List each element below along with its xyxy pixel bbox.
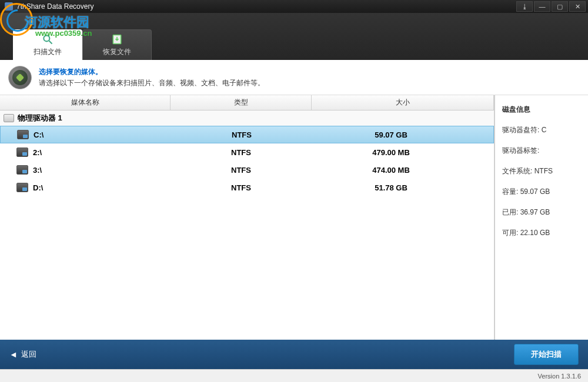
media-icon [8, 66, 32, 89]
drive-icon [16, 148, 28, 157]
maximize-button[interactable]: ▢ [552, 1, 568, 12]
drive-icon [17, 130, 29, 139]
window-title: 7thShare Data Recovery [16, 2, 93, 11]
minimize-button[interactable]: — [534, 1, 550, 12]
drive-group[interactable]: 物理驱动器 1 [0, 110, 494, 126]
version-bar: Version 1.3.1.6 [0, 369, 588, 382]
disk-info-letter: 驱动器盘符: C [502, 125, 581, 135]
disk-info-capacity: 容量: 59.07 GB [502, 187, 581, 197]
version-text: Version 1.3.1.6 [538, 373, 581, 380]
column-type[interactable]: 类型 [171, 95, 312, 110]
tab-scan[interactable]: 扫描文件 [13, 29, 82, 60]
drive-row[interactable]: 3:\ NTFS 474.00 MB [0, 161, 494, 179]
column-size[interactable]: 大小 [312, 95, 494, 110]
instruction-desc: 请选择以下一个存储设备来扫描照片、音频、视频、文档、电子邮件等。 [39, 78, 265, 88]
tab-recover[interactable]: 恢复文件 [82, 29, 152, 60]
drive-list: 媒体名称 类型 大小 物理驱动器 1 C:\ NTFS 59.07 GB [0, 95, 495, 340]
disk-info-filesystem: 文件系统: NTFS [502, 166, 581, 176]
drive-icon [16, 165, 28, 175]
back-button[interactable]: ◄ 返回 [9, 349, 36, 360]
app-icon [5, 2, 13, 11]
download-button[interactable]: ⭳ [516, 1, 533, 12]
svg-line-1 [49, 41, 52, 43]
drive-row[interactable]: D:\ NTFS 51.78 GB [0, 179, 494, 196]
search-icon [41, 33, 55, 46]
drive-icon [16, 183, 28, 192]
start-scan-button[interactable]: 开始扫描 [514, 344, 579, 365]
recover-icon [110, 33, 124, 46]
header: 扫描文件 恢复文件 [0, 13, 588, 60]
column-name[interactable]: 媒体名称 [0, 95, 171, 110]
instruction-bar: 选择要恢复的媒体。 请选择以下一个存储设备来扫描照片、音频、视频、文档、电子邮件… [0, 60, 588, 95]
drive-row[interactable]: C:\ NTFS 59.07 GB [0, 126, 494, 143]
svg-point-0 [44, 35, 49, 41]
titlebar: 7thShare Data Recovery ⭳ — ▢ ✕ [0, 0, 588, 13]
instruction-title: 选择要恢复的媒体。 [39, 67, 265, 77]
close-button[interactable]: ✕ [569, 1, 586, 12]
disk-info-label: 驱动器标签: [502, 146, 581, 156]
hdd-icon [4, 114, 14, 122]
drive-row[interactable]: 2:\ NTFS 479.00 MB [0, 143, 494, 161]
disk-info-title: 磁盘信息 [502, 105, 581, 115]
disk-info-free: 可用: 22.10 GB [502, 228, 581, 238]
disk-info-used: 已用: 36.97 GB [502, 207, 581, 217]
back-arrow-icon: ◄ [9, 350, 18, 359]
disk-info-panel: 磁盘信息 驱动器盘符: C 驱动器标签: 文件系统: NTFS 容量: 59.0… [495, 95, 588, 340]
footer: ◄ 返回 开始扫描 [0, 340, 588, 369]
